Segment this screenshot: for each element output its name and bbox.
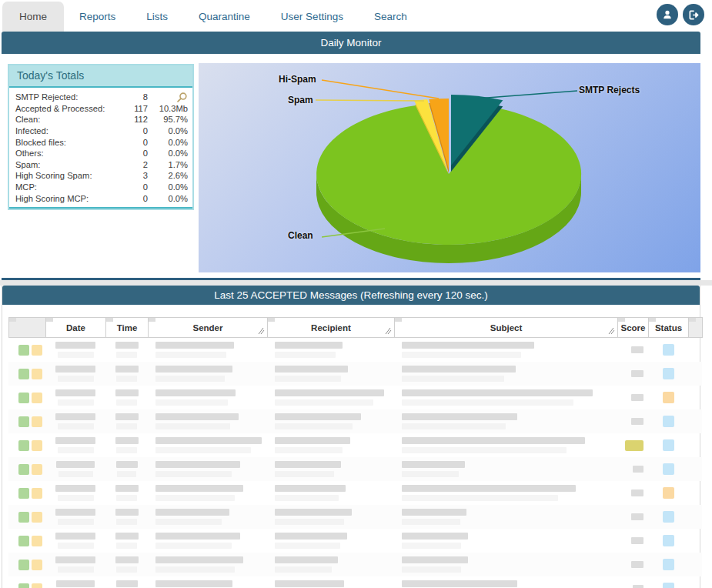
message-row[interactable]	[8, 386, 702, 409]
redacted-text-ghost	[58, 447, 94, 453]
message-ok-icon[interactable]	[18, 393, 29, 403]
message-flag-icon[interactable]	[32, 345, 42, 356]
message-ok-icon[interactable]	[18, 488, 29, 499]
status-badge	[663, 511, 674, 523]
redacted-score-cell	[617, 457, 648, 481]
status-cell	[648, 481, 688, 505]
column-resize-icon[interactable]	[257, 327, 265, 335]
message-flag-icon[interactable]	[32, 464, 42, 475]
message-row[interactable]	[8, 481, 702, 505]
redacted-text-ghost	[402, 543, 461, 549]
message-flag-icon[interactable]	[32, 536, 42, 546]
redacted-text-ghost	[58, 519, 94, 525]
message-flag-icon[interactable]	[32, 560, 42, 570]
redacted-text	[155, 485, 243, 492]
message-flag-icon[interactable]	[32, 416, 42, 427]
redacted-subject-cell	[394, 576, 617, 588]
redacted-text-ghost	[275, 423, 353, 429]
message-ok-icon[interactable]	[18, 512, 29, 523]
column-header-subject: Subject	[395, 318, 618, 338]
redacted-text-ghost	[402, 376, 504, 382]
row-indicator-cell	[8, 505, 45, 529]
message-ok-icon[interactable]	[18, 369, 29, 379]
redacted-text-ghost	[116, 399, 137, 406]
redacted-text	[55, 533, 95, 540]
message-row[interactable]	[8, 409, 702, 433]
redacted-text	[55, 342, 95, 349]
redacted-text	[116, 580, 138, 587]
section-gap	[0, 280, 712, 286]
row-indicator-cell	[8, 362, 45, 386]
status-cell	[648, 553, 688, 576]
redacted-sender-cell	[148, 362, 267, 386]
redacted-text	[402, 533, 468, 540]
message-flag-icon[interactable]	[32, 583, 42, 588]
status-badge	[663, 416, 674, 427]
totals-count: 3	[122, 171, 148, 180]
nav-tab-home[interactable]: Home	[2, 2, 64, 32]
row-indicator-cell	[8, 576, 45, 588]
redacted-subject-cell	[394, 409, 617, 433]
nav-tab-reports[interactable]: Reports	[64, 3, 131, 32]
message-row[interactable]	[8, 362, 702, 386]
message-ok-icon[interactable]	[18, 536, 29, 546]
redacted-text	[155, 413, 239, 420]
magnifier-icon[interactable]	[176, 92, 188, 103]
totals-extra	[148, 92, 188, 103]
redacted-text	[115, 556, 139, 563]
redacted-text	[155, 533, 240, 540]
message-flag-icon[interactable]	[32, 488, 42, 499]
message-ok-icon[interactable]	[18, 440, 29, 451]
redacted-sender-cell	[148, 457, 267, 481]
message-ok-icon[interactable]	[18, 416, 29, 427]
redacted-text-ghost	[155, 423, 230, 429]
totals-extra: 0.0%	[148, 138, 188, 147]
redacted-time-cell	[105, 338, 148, 362]
redacted-subject-cell	[394, 457, 617, 481]
column-resize-icon[interactable]	[607, 327, 615, 335]
message-row[interactable]	[8, 505, 702, 529]
message-ok-icon[interactable]	[18, 464, 29, 475]
redacted-text	[115, 366, 139, 373]
nav-tab-quarantine[interactable]: Quarantine	[183, 3, 266, 32]
score-highlight	[625, 440, 643, 451]
redacted-text	[633, 466, 643, 473]
nav-tab-lists[interactable]: Lists	[131, 3, 183, 32]
message-ok-icon[interactable]	[18, 560, 29, 570]
message-ok-icon[interactable]	[18, 583, 29, 588]
messages-table-wrap: DateTimeSenderRecipientSubjectScoreStatu…	[2, 305, 700, 588]
redacted-text	[275, 437, 350, 444]
logout-button[interactable]	[683, 4, 704, 25]
nav-tab-search[interactable]: Search	[359, 3, 423, 32]
redacted-sender-cell	[148, 576, 267, 588]
redacted-text-ghost	[155, 495, 235, 501]
column-header-empty	[689, 318, 703, 338]
redacted-text	[631, 561, 643, 568]
message-row[interactable]	[8, 433, 702, 457]
redacted-text	[631, 537, 643, 544]
redacted-sender-cell	[148, 338, 267, 362]
message-flag-icon[interactable]	[32, 440, 42, 451]
redacted-recipient-cell	[267, 338, 394, 362]
pie-slice-clean	[316, 105, 581, 245]
redacted-subject-cell	[394, 505, 617, 529]
user-account-button[interactable]	[657, 4, 678, 25]
message-row[interactable]	[8, 576, 702, 588]
redacted-text	[402, 461, 465, 468]
message-row[interactable]	[8, 529, 702, 553]
message-row[interactable]	[8, 553, 702, 576]
nav-tab-user-settings[interactable]: User Settings	[266, 3, 359, 32]
message-flag-icon[interactable]	[32, 393, 42, 403]
totals-extra: 0.0%	[148, 126, 188, 135]
message-ok-icon[interactable]	[18, 345, 29, 356]
message-flag-icon[interactable]	[32, 512, 42, 523]
message-row[interactable]	[8, 338, 702, 362]
redacted-text	[402, 366, 516, 373]
redacted-sender-cell	[148, 529, 267, 553]
redacted-text-ghost	[155, 447, 251, 453]
redacted-text	[55, 366, 95, 373]
redacted-date-cell	[45, 457, 105, 481]
message-flag-icon[interactable]	[32, 369, 42, 379]
message-row[interactable]	[8, 457, 702, 481]
column-resize-icon[interactable]	[384, 327, 392, 335]
